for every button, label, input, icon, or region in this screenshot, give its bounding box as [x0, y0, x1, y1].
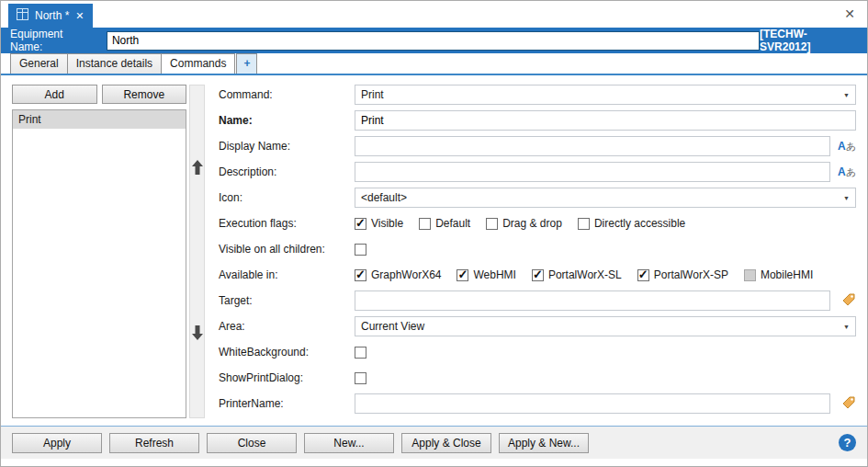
form-row-printer-name: PrinterName:	[219, 393, 856, 414]
target-label: Target:	[219, 294, 355, 307]
bottom-gap	[1, 459, 867, 466]
apply-button[interactable]: Apply	[12, 433, 102, 453]
tag-browse-icon[interactable]	[841, 292, 856, 310]
form-row-description: Description: Aあ	[219, 162, 856, 182]
down-arrow-icon	[192, 325, 203, 343]
execution-flags-label: Execution flags:	[219, 217, 355, 230]
document-tab-close-icon[interactable]: ✕	[75, 10, 84, 22]
up-arrow-icon	[192, 160, 203, 177]
name-input[interactable]	[355, 110, 856, 131]
move-up-button[interactable]	[190, 85, 204, 252]
name-label: Name:	[219, 114, 355, 127]
localization-icon[interactable]: Aあ	[838, 140, 856, 154]
form-row-target: Target:	[219, 290, 856, 311]
checkbox-graphworx64-label: GraphWorX64	[371, 268, 441, 281]
form-row-icon: Icon: <default> ▼	[219, 188, 856, 208]
printer-name-input[interactable]	[355, 393, 830, 414]
checkbox-drag-drop[interactable]	[486, 218, 498, 230]
white-background-label: WhiteBackground:	[219, 346, 355, 359]
close-button[interactable]: Close	[207, 433, 297, 453]
checkbox-visible[interactable]	[355, 218, 366, 230]
help-button[interactable]: ?	[839, 434, 856, 451]
checkbox-default-label: Default	[435, 217, 470, 230]
checkbox-portalworx-sp[interactable]	[637, 269, 649, 281]
area-value: Current View	[361, 320, 424, 333]
show-print-dialog-label: ShowPrintDialog:	[219, 371, 355, 384]
form-row-display-name: Display Name: Aあ	[219, 136, 856, 156]
checkbox-webhmi-label: WebHMI	[473, 268, 515, 281]
command-label: Command:	[219, 88, 355, 101]
tab-instance-details[interactable]: Instance details	[67, 53, 162, 74]
form-row-area: Area: Current View ▼	[219, 316, 856, 336]
command-value: Print	[361, 88, 384, 101]
target-input[interactable]	[355, 290, 830, 311]
visible-on-all-children-label: Visible on all children:	[219, 243, 355, 256]
equipment-editor-window: North * ✕ ✕ Equipment Name: [TECHW-SVR20…	[0, 0, 868, 467]
checkbox-mobilehmi-label: MobileHMI	[761, 268, 813, 281]
tab-commands[interactable]: Commands	[161, 53, 235, 74]
tab-add[interactable]: +	[236, 53, 257, 74]
checkbox-directly-accessible-label: Directly accessible	[594, 217, 685, 230]
list-item-print[interactable]: Print	[13, 110, 186, 129]
available-in-group: GraphWorX64 WebHMI PortalWorX-SL PortalW…	[355, 268, 856, 281]
apply-and-new-button[interactable]: Apply & New...	[499, 433, 589, 453]
chevron-down-icon: ▼	[843, 195, 850, 201]
checkbox-portalworx-sl-label: PortalWorX-SL	[548, 268, 622, 281]
checkbox-show-print-dialog[interactable]	[355, 372, 366, 384]
form-row-name: Name:	[219, 110, 856, 131]
printer-name-label: PrinterName:	[219, 397, 355, 410]
form-row-white-background: WhiteBackground:	[219, 342, 856, 362]
checkbox-portalworx-sl[interactable]	[532, 269, 544, 281]
chevron-down-icon: ▼	[843, 92, 850, 98]
footer-bar: Apply Refresh Close New... Apply & Close…	[1, 426, 867, 459]
description-input[interactable]	[355, 162, 830, 182]
checkbox-default[interactable]	[419, 218, 431, 230]
command-dropdown[interactable]: Print ▼	[355, 85, 856, 105]
document-tab-north[interactable]: North * ✕	[8, 4, 93, 28]
equipment-name-input[interactable]	[107, 31, 760, 51]
checkbox-directly-accessible[interactable]	[578, 218, 590, 230]
add-button[interactable]: Add	[12, 85, 97, 104]
description-label: Description:	[219, 165, 355, 178]
form-row-command: Command: Print ▼	[219, 85, 856, 105]
checkbox-webhmi[interactable]	[457, 269, 468, 281]
checkbox-white-background[interactable]	[355, 347, 366, 359]
equipment-icon	[17, 8, 28, 23]
form-row-available-in: Available in: GraphWorX64 WebHMI PortalW…	[219, 265, 856, 285]
icon-label: Icon:	[219, 191, 355, 204]
move-down-button[interactable]	[190, 252, 204, 418]
display-name-input[interactable]	[355, 136, 830, 156]
server-badge: [TECHW-SVR2012]	[760, 28, 858, 53]
apply-and-close-button[interactable]: Apply & Close	[401, 433, 491, 453]
chevron-down-icon: ▼	[843, 324, 850, 330]
commands-tab-content: Add Remove Print Command:	[1, 75, 867, 426]
commands-list-panel: Add Remove Print	[12, 85, 186, 418]
equipment-name-label: Equipment Name:	[10, 28, 98, 53]
localization-icon[interactable]: Aあ	[838, 165, 856, 179]
tag-browse-icon[interactable]	[841, 395, 856, 413]
tab-general[interactable]: General	[10, 53, 68, 74]
checkbox-graphworx64[interactable]	[355, 269, 366, 281]
list-button-row: Add Remove	[12, 85, 186, 104]
icon-value: <default>	[361, 191, 407, 204]
tab-strip: General Instance details Commands +	[1, 53, 867, 75]
form-row-show-print-dialog: ShowPrintDialog:	[219, 368, 856, 388]
equipment-name-bar: Equipment Name: [TECHW-SVR2012]	[1, 28, 867, 53]
form-row-execution-flags: Execution flags: Visible Default Drag & …	[219, 213, 856, 234]
command-properties-form: Command: Print ▼ Name: Display Name: Aあ …	[219, 85, 856, 418]
refresh-button[interactable]: Refresh	[109, 433, 199, 453]
area-dropdown[interactable]: Current View ▼	[355, 316, 856, 336]
available-in-label: Available in:	[219, 268, 355, 281]
remove-button[interactable]: Remove	[102, 85, 187, 104]
checkbox-mobilehmi	[744, 269, 756, 281]
commands-listbox[interactable]: Print	[12, 109, 186, 418]
form-row-visible-on-all-children: Visible on all children:	[219, 239, 856, 259]
checkbox-drag-drop-label: Drag & drop	[502, 217, 562, 230]
titlebar: North * ✕ ✕	[1, 1, 867, 28]
new-button[interactable]: New...	[304, 433, 394, 453]
execution-flags-group: Visible Default Drag & drop Directly acc…	[355, 217, 856, 230]
icon-dropdown[interactable]: <default> ▼	[355, 188, 856, 208]
checkbox-visible-on-all-children[interactable]	[355, 244, 366, 256]
reorder-strip	[189, 85, 205, 418]
window-close-icon[interactable]: ✕	[844, 7, 855, 20]
